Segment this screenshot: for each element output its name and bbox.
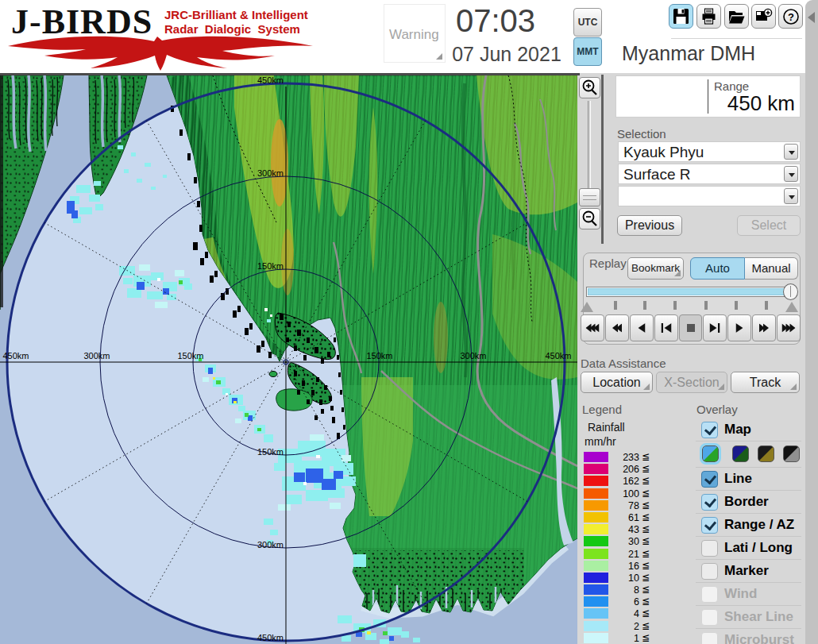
manual-button[interactable]: Manual	[745, 257, 798, 280]
legend-lte-symbol: ≦	[642, 499, 650, 511]
print-icon	[700, 8, 717, 25]
fast-forward-button[interactable]	[777, 314, 801, 341]
legend-lte-symbol: ≦	[642, 548, 650, 559]
checkbox[interactable]	[701, 494, 718, 511]
legend-row: 1≦	[582, 632, 662, 644]
selection-label: Selection	[617, 127, 666, 141]
overlay-item-range-az[interactable]: Range / AZ	[696, 514, 801, 537]
save-button[interactable]	[669, 4, 693, 29]
warning-button[interactable]: Warning	[384, 4, 446, 63]
select-button[interactable]: Select	[737, 215, 801, 236]
utc-button[interactable]: UTC	[573, 8, 602, 37]
checkbox[interactable]	[701, 540, 718, 557]
slider-tick	[614, 301, 617, 310]
help-button[interactable]: ?	[778, 4, 803, 29]
checkbox[interactable]	[701, 632, 718, 644]
legend-value: 1	[612, 633, 639, 644]
zoom-slider-handle[interactable]	[579, 188, 600, 206]
site-dropdown-arrow[interactable]	[784, 144, 798, 160]
capture-button[interactable]	[751, 4, 776, 29]
overlay-item-wind[interactable]: Wind	[696, 583, 801, 606]
legend-row: 78≦	[582, 499, 662, 511]
overlay-item-lati-long[interactable]: Lati / Long	[696, 537, 801, 560]
checkbox[interactable]	[701, 563, 718, 580]
legend-lte-symbol: ≦	[642, 463, 650, 474]
zoom-in-button[interactable]	[579, 77, 600, 98]
fast-rewind-button[interactable]	[581, 314, 604, 341]
extra-dropdown-arrow[interactable]	[784, 188, 798, 204]
map-style-option[interactable]	[732, 445, 749, 462]
x-section-button[interactable]: X-Section	[656, 372, 727, 393]
legend-lte-symbol: ≦	[642, 535, 650, 546]
extra-dropdown[interactable]	[618, 186, 801, 206]
checkbox[interactable]	[701, 517, 718, 534]
legend-row: 100≦	[582, 488, 662, 499]
help-icon: ?	[782, 8, 800, 25]
open-folder-button[interactable]	[724, 4, 749, 29]
play-button[interactable]	[727, 314, 751, 341]
track-button[interactable]: Track	[731, 372, 800, 393]
print-button[interactable]	[696, 4, 721, 29]
play-reverse-button[interactable]	[630, 314, 654, 341]
slider-tick	[704, 301, 708, 310]
clock-time: 07:03	[451, 3, 540, 39]
legend-lte-symbol: ≦	[642, 584, 650, 595]
step-first-button[interactable]	[654, 314, 678, 341]
replay-slider-handle[interactable]	[783, 283, 798, 300]
checkbox[interactable]	[701, 609, 718, 626]
overlay-item-marker[interactable]: Marker	[696, 560, 801, 583]
overlay-item-shear-line[interactable]: Shear Line	[696, 606, 801, 629]
legend-value: 61	[612, 512, 639, 523]
previous-button[interactable]: Previous	[617, 215, 682, 236]
replay-slider-track[interactable]	[586, 287, 797, 297]
legend-value: 10	[612, 573, 639, 584]
legend-row: 10≦	[582, 572, 662, 584]
auto-button[interactable]: Auto	[690, 257, 745, 280]
product-dropdown-arrow[interactable]	[784, 166, 798, 182]
step-last-button[interactable]	[703, 314, 727, 341]
legend-row: 8≦	[582, 584, 662, 596]
legend-lte-symbol: ≦	[642, 572, 650, 583]
play-icon	[736, 323, 743, 333]
panel-collapse-strip[interactable]	[805, 0, 818, 644]
legend-lte-symbol: ≦	[642, 620, 650, 631]
zoom-in-icon	[580, 78, 600, 98]
slider-tick	[643, 301, 646, 310]
map-style-option[interactable]	[783, 445, 800, 462]
step-first-icon	[661, 323, 671, 333]
legend-value: 8	[612, 584, 639, 596]
mmt-button[interactable]: MMT	[573, 37, 602, 66]
radar-map[interactable]: 450km300km150km150km300km450km450km300km…	[0, 75, 577, 644]
overlay-item-line[interactable]: Line	[696, 468, 801, 491]
overlay-item-map[interactable]: Map	[696, 418, 801, 442]
legend-lte-symbol: ≦	[642, 560, 650, 571]
map-style-option[interactable]	[702, 445, 719, 462]
checkbox[interactable]	[701, 422, 718, 438]
legend-row: 30≦	[582, 535, 662, 547]
bookmark-button[interactable]: Bookmark	[627, 257, 684, 280]
overlay-item-microburst[interactable]: Microburst	[696, 629, 801, 644]
legend-unit2: mm/hr	[585, 435, 616, 448]
legend-value: 16	[612, 561, 639, 572]
legend-value: 233	[612, 452, 639, 463]
rewind-icon	[612, 324, 622, 333]
checkbox[interactable]	[701, 586, 718, 603]
checkbox[interactable]	[701, 471, 718, 488]
map-style-option[interactable]	[758, 445, 774, 462]
rewind-button[interactable]	[605, 314, 629, 341]
station-name: Myanmar DMH	[622, 42, 755, 65]
legend-lte-symbol: ≦	[642, 511, 650, 523]
legend-swatch	[584, 512, 608, 523]
forward-button[interactable]	[752, 314, 776, 341]
ring-label: 300km	[257, 168, 284, 178]
zoom-out-button[interactable]	[579, 208, 600, 229]
product-dropdown[interactable]: Surface R	[618, 164, 801, 184]
slider-start-marker	[581, 302, 593, 312]
location-button[interactable]: Location	[581, 372, 653, 393]
open-folder-icon	[728, 8, 745, 25]
overlay-item-border[interactable]: Border	[696, 491, 801, 514]
legend-lte-symbol: ≦	[642, 488, 650, 499]
stop-button[interactable]	[679, 314, 703, 341]
site-dropdown[interactable]: Kyauk Phyu	[618, 141, 801, 162]
data-assistance-label: Data Assistance	[581, 357, 666, 370]
